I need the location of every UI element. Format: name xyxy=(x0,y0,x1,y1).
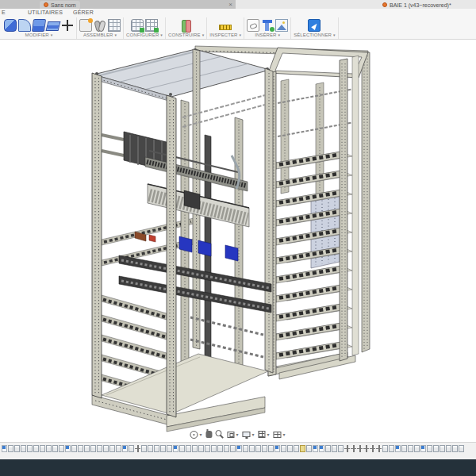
comp-icon[interactable] xyxy=(389,445,394,452)
comp-icon[interactable] xyxy=(224,445,229,452)
comp-icon[interactable] xyxy=(103,445,109,452)
comp-icon[interactable] xyxy=(205,445,210,452)
comp-icon[interactable] xyxy=(306,445,312,452)
comp-icon[interactable] xyxy=(160,445,166,452)
comp-icon[interactable] xyxy=(179,445,185,452)
move-t-icon[interactable] xyxy=(135,445,140,452)
flag-icon[interactable] xyxy=(65,445,71,452)
measure-icon[interactable] xyxy=(219,25,232,30)
comp-icon[interactable] xyxy=(211,445,217,452)
ribbon-group-label[interactable]: INSÉRER▾ xyxy=(255,33,280,37)
comp-icon[interactable] xyxy=(198,445,204,452)
comp-icon[interactable] xyxy=(8,445,13,452)
rigid-group-icon[interactable] xyxy=(108,19,121,32)
canvas-icon[interactable] xyxy=(275,19,288,32)
flag-icon[interactable] xyxy=(236,445,242,452)
comp-icon[interactable] xyxy=(427,445,432,452)
move-t-icon[interactable] xyxy=(376,445,382,452)
toolbar-tab-utilitaires[interactable]: UTILITAIRES xyxy=(28,10,63,15)
comp-icon[interactable] xyxy=(287,445,293,452)
move-t-icon[interactable] xyxy=(344,445,350,452)
flag-icon[interactable] xyxy=(2,445,7,452)
select-icon[interactable] xyxy=(308,19,321,32)
comp-icon[interactable] xyxy=(268,445,274,452)
chevron-down-icon[interactable]: ▾ xyxy=(236,432,238,437)
comp-icon[interactable] xyxy=(294,445,299,452)
comp-icon[interactable] xyxy=(382,445,388,452)
fit-icon[interactable] xyxy=(227,432,234,438)
comp-icon[interactable] xyxy=(217,445,223,452)
comp-icon[interactable] xyxy=(338,445,344,452)
new-component-icon[interactable] xyxy=(79,19,92,32)
ribbon-group-label[interactable]: SÉLECTIONNER▾ xyxy=(294,33,336,37)
flag-icon[interactable] xyxy=(395,445,401,452)
configuration-table-icon[interactable] xyxy=(145,19,158,32)
move-t-icon[interactable] xyxy=(370,445,375,452)
comp-icon[interactable] xyxy=(459,445,464,452)
comp-icon[interactable] xyxy=(116,445,121,452)
display-settings-icon[interactable] xyxy=(242,432,250,437)
comp-icon[interactable] xyxy=(129,445,134,452)
flag-icon[interactable] xyxy=(173,445,178,452)
comp-icon[interactable] xyxy=(141,445,147,452)
comp-icon[interactable] xyxy=(84,445,90,452)
document-tab-baie1[interactable]: BAIE 1 (v43~recovered)* xyxy=(378,1,455,9)
zoom-icon[interactable] xyxy=(215,430,224,439)
comp-icon[interactable] xyxy=(27,445,33,452)
chevron-down-icon[interactable]: ▾ xyxy=(267,432,270,437)
comp-icon[interactable] xyxy=(408,445,413,452)
pan-icon[interactable] xyxy=(205,431,212,438)
comp-icon[interactable] xyxy=(78,445,83,452)
insert-part-icon[interactable] xyxy=(261,19,274,32)
flag-icon[interactable] xyxy=(313,445,318,452)
flag-icon[interactable] xyxy=(274,445,280,452)
comp-icon[interactable] xyxy=(52,445,58,452)
viewports-icon[interactable] xyxy=(274,432,282,438)
joint-icon[interactable] xyxy=(94,19,106,32)
ribbon-group-label[interactable]: CONFIGURER▾ xyxy=(126,33,163,37)
ribbon-group-label[interactable]: INSPECTER▾ xyxy=(209,33,241,37)
comp-icon[interactable] xyxy=(452,445,458,452)
orbit-icon[interactable] xyxy=(190,431,198,439)
comp-icon[interactable] xyxy=(59,445,64,452)
flag-icon[interactable] xyxy=(122,445,128,452)
combine-icon[interactable] xyxy=(32,19,46,32)
chevron-down-icon[interactable]: ▾ xyxy=(251,432,254,437)
move-t-icon[interactable] xyxy=(357,445,363,452)
offset-face-icon[interactable] xyxy=(46,21,61,31)
comp-icon[interactable] xyxy=(262,445,267,452)
configuration-icon[interactable] xyxy=(131,19,144,32)
comp-icon[interactable] xyxy=(243,445,248,452)
comp-icon[interactable] xyxy=(325,445,331,452)
flag-icon[interactable] xyxy=(420,445,426,452)
ribbon-group-label[interactable]: ASSEMBLER▾ xyxy=(83,33,117,37)
chevron-down-icon[interactable]: ▾ xyxy=(199,432,202,437)
comp-icon[interactable] xyxy=(90,445,96,452)
comp-icon[interactable] xyxy=(148,445,153,452)
comp-icon[interactable] xyxy=(186,445,191,452)
comp-icon[interactable] xyxy=(14,445,20,452)
comp-icon[interactable] xyxy=(414,445,420,452)
move-t-icon[interactable] xyxy=(363,445,369,452)
comp-icon[interactable] xyxy=(46,445,52,452)
comp-icon[interactable] xyxy=(433,445,439,452)
fillet-icon[interactable] xyxy=(18,19,31,32)
comp-icon[interactable] xyxy=(21,445,26,452)
comp-icon[interactable] xyxy=(446,445,451,452)
construction-plane-icon[interactable] xyxy=(180,19,193,32)
toolbar-tab-partial[interactable]: E xyxy=(2,10,6,15)
comp-icon[interactable] xyxy=(40,445,45,452)
comp-icon[interactable] xyxy=(230,445,236,452)
toolbar-tab-gerer[interactable]: GÉRER xyxy=(73,10,94,15)
ribbon-group-label[interactable]: MODIFIER▾ xyxy=(25,33,53,37)
comp-icon[interactable] xyxy=(97,445,102,452)
warn-icon[interactable] xyxy=(300,445,305,452)
comp-icon[interactable] xyxy=(401,445,407,452)
close-icon[interactable]: × xyxy=(228,0,232,9)
press-pull-icon[interactable] xyxy=(4,19,17,32)
comp-icon[interactable] xyxy=(154,445,159,452)
derive-icon[interactable] xyxy=(247,19,259,32)
comp-icon[interactable] xyxy=(332,445,337,452)
comp-icon[interactable] xyxy=(440,445,445,452)
comp-icon[interactable] xyxy=(71,445,77,452)
